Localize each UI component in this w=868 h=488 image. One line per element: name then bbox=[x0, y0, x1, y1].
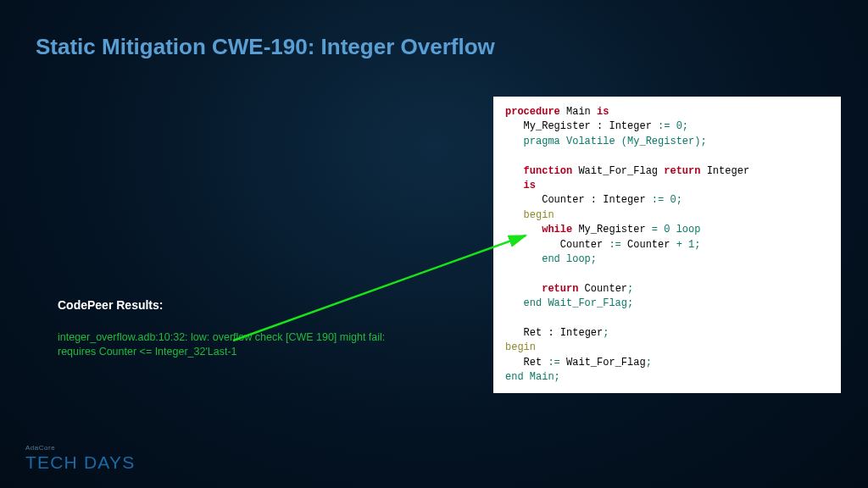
results-message: integer_overflow.adb:10:32: low: overflo… bbox=[58, 330, 498, 359]
footer-event: TECH DAYS bbox=[25, 452, 135, 473]
kw-begin-inner: begin bbox=[505, 209, 554, 221]
end-main: end Main; bbox=[505, 371, 560, 383]
code-snippet: procedure Main is My_Register : Integer … bbox=[493, 97, 841, 393]
codepeer-results-block: CodePeer Results: integer_overflow.adb:1… bbox=[58, 298, 498, 359]
name-waitforflag: Wait_For_Flag bbox=[572, 165, 664, 177]
end-waitforflag: end Wait_For_Flag; bbox=[505, 297, 633, 309]
results-line-2: requires Counter <= Integer_32'Last-1 bbox=[58, 346, 237, 358]
kw-end-loop: end loop; bbox=[505, 253, 597, 265]
decl-counter: Counter bbox=[505, 194, 591, 206]
kw-is-2: is bbox=[505, 180, 536, 191]
footer-logo: AdaCore TECH DAYS bbox=[25, 444, 135, 473]
kw-is: is bbox=[597, 106, 609, 118]
results-line-1: integer_overflow.adb:10:32: low: overflo… bbox=[58, 331, 385, 343]
assign-counter-lhs: Counter bbox=[505, 239, 609, 251]
kw-function: function bbox=[505, 165, 572, 177]
kw-procedure: procedure bbox=[505, 106, 560, 118]
decl-ret: Ret bbox=[505, 327, 548, 339]
kw-loop: loop bbox=[676, 224, 701, 236]
name-main: Main bbox=[560, 106, 597, 118]
results-heading: CodePeer Results: bbox=[58, 298, 498, 312]
assign-ret-lhs: Ret bbox=[505, 357, 548, 369]
kw-return-2: return bbox=[505, 283, 578, 295]
kw-while: while bbox=[505, 224, 572, 236]
kw-begin-outer: begin bbox=[505, 341, 536, 353]
footer-company: AdaCore bbox=[25, 444, 135, 452]
kw-return: return bbox=[664, 165, 700, 177]
pragma-volatile: pragma Volatile (My_Register); bbox=[505, 136, 707, 147]
slide-title: Static Mitigation CWE-190: Integer Overf… bbox=[36, 34, 495, 60]
decl-myregister: My_Register bbox=[505, 120, 597, 132]
